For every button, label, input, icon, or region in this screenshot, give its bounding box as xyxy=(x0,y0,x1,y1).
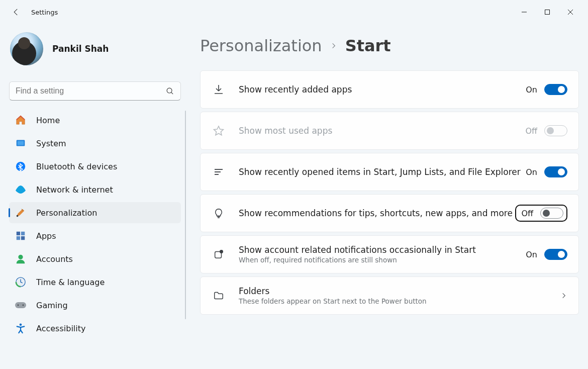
maximize-button[interactable] xyxy=(536,4,559,20)
setting-recommendations[interactable]: Show recommendations for tips, shortcuts… xyxy=(200,194,579,232)
time-icon xyxy=(14,275,27,289)
svg-point-18 xyxy=(23,305,24,306)
highlighted-toggle: Off xyxy=(515,205,567,222)
setting-title: Show most used apps xyxy=(239,126,525,136)
network-icon xyxy=(14,183,27,196)
toggle-switch[interactable] xyxy=(544,166,567,177)
toggle-switch xyxy=(544,125,567,136)
sidebar-item-label: Apps xyxy=(36,231,56,241)
search-icon xyxy=(166,87,174,96)
toggle-state: Off xyxy=(521,209,533,218)
apps-icon xyxy=(14,229,27,242)
svg-point-9 xyxy=(17,215,19,217)
home-icon xyxy=(14,114,27,127)
sidebar-item-label: Bluetooth & devices xyxy=(36,162,117,171)
sidebar-item-label: Time & language xyxy=(36,278,105,287)
sidebar-item-label: Home xyxy=(36,116,60,125)
accessibility-icon xyxy=(14,322,27,335)
system-icon xyxy=(14,137,27,150)
setting-recent-items[interactable]: Show recently opened items in Start, Jum… xyxy=(200,153,579,191)
svg-line-5 xyxy=(171,92,173,94)
accounts-icon xyxy=(14,252,27,265)
setting-title: Folders xyxy=(239,286,560,296)
sidebar-item-label: Accounts xyxy=(36,254,73,264)
chevron-right-icon xyxy=(560,292,567,299)
sidebar-item-label: Gaming xyxy=(36,301,68,310)
svg-rect-7 xyxy=(18,141,24,145)
breadcrumb-parent[interactable]: Personalization xyxy=(200,36,322,55)
sidebar-item-network[interactable]: Network & internet xyxy=(9,179,181,200)
breadcrumb: Personalization Start xyxy=(200,36,579,55)
username[interactable]: Pankil Shah xyxy=(52,44,109,54)
list-icon xyxy=(212,165,226,179)
svg-point-14 xyxy=(18,255,23,259)
toggle-state: Off xyxy=(525,126,537,136)
minimize-button[interactable] xyxy=(513,4,536,20)
app-title: Settings xyxy=(31,9,58,16)
back-button[interactable] xyxy=(6,2,26,22)
sidebar-item-label: System xyxy=(36,139,66,148)
setting-title: Show account related notifications occas… xyxy=(239,245,526,255)
setting-title: Show recently opened items in Start, Jum… xyxy=(239,167,526,177)
personalization-icon xyxy=(14,206,27,219)
setting-subtitle: These folders appear on Start next to th… xyxy=(239,297,560,305)
setting-most-used: Show most used apps Off xyxy=(200,112,579,150)
toggle-state: On xyxy=(526,250,537,259)
sidebar-item-personalization[interactable]: Personalization xyxy=(9,202,181,223)
bluetooth-icon xyxy=(14,160,27,173)
svg-rect-16 xyxy=(15,302,26,308)
svg-point-24 xyxy=(220,250,223,253)
setting-folders[interactable]: Folders These folders appear on Start ne… xyxy=(200,276,579,315)
sidebar-item-accounts[interactable]: Accounts xyxy=(9,248,181,269)
lightbulb-icon xyxy=(212,206,226,220)
close-button[interactable] xyxy=(559,4,582,20)
setting-title: Show recommendations for tips, shortcuts… xyxy=(239,208,515,218)
folder-icon xyxy=(212,289,226,303)
gaming-icon xyxy=(14,299,27,312)
sidebar-item-system[interactable]: System xyxy=(9,133,181,154)
setting-account-notifications[interactable]: Show account related notifications occas… xyxy=(200,235,579,273)
notification-icon xyxy=(212,247,226,261)
search-field[interactable] xyxy=(16,86,166,96)
setting-title: Show recently added apps xyxy=(239,84,526,95)
svg-point-19 xyxy=(20,323,22,326)
sidebar-item-label: Network & internet xyxy=(36,185,113,195)
nav-scrollbar[interactable] xyxy=(185,111,186,319)
sidebar-item-home[interactable]: Home xyxy=(9,110,181,131)
download-icon xyxy=(212,82,226,97)
svg-rect-11 xyxy=(21,232,25,235)
svg-rect-1 xyxy=(545,10,550,15)
sidebar-item-bluetooth[interactable]: Bluetooth & devices xyxy=(9,156,181,177)
toggle-switch[interactable] xyxy=(544,249,567,260)
sidebar-item-time[interactable]: Time & language xyxy=(9,271,181,293)
sidebar-item-label: Personalization xyxy=(36,208,97,218)
toggle-state: On xyxy=(526,167,537,177)
sidebar-item-label: Accessibility xyxy=(36,324,85,333)
breadcrumb-current: Start xyxy=(345,36,391,55)
toggle-switch[interactable] xyxy=(540,208,563,219)
svg-point-17 xyxy=(18,305,19,306)
svg-rect-13 xyxy=(21,236,25,240)
sidebar-item-gaming[interactable]: Gaming xyxy=(9,295,181,316)
toggle-state: On xyxy=(526,85,537,95)
toggle-switch[interactable] xyxy=(544,84,567,95)
setting-recently-added[interactable]: Show recently added apps On xyxy=(200,70,579,109)
search-input[interactable] xyxy=(9,81,181,101)
chevron-right-icon xyxy=(330,42,337,49)
sidebar-item-accessibility[interactable]: Accessibility xyxy=(9,318,181,339)
setting-subtitle: When off, required notifications are sti… xyxy=(239,256,526,264)
star-icon xyxy=(212,124,226,138)
svg-rect-12 xyxy=(17,236,20,240)
avatar[interactable] xyxy=(10,32,43,65)
sidebar-item-apps[interactable]: Apps xyxy=(9,225,181,246)
svg-point-4 xyxy=(167,88,172,93)
svg-rect-10 xyxy=(17,232,20,235)
